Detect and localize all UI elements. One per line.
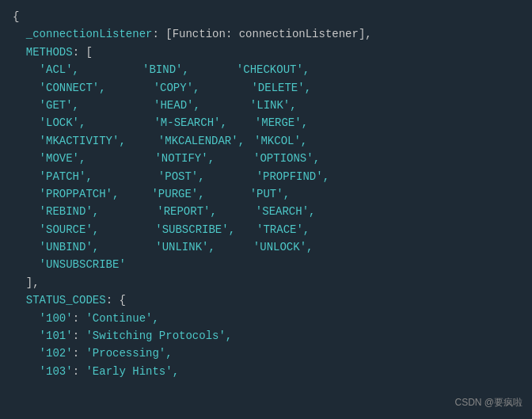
- indent-space: [13, 327, 40, 345]
- colon: :: [73, 345, 86, 362]
- colon: :: [73, 310, 86, 327]
- line-102: '102' : 'Processing',: [13, 345, 519, 362]
- str-delete: 'DELETE',: [251, 79, 311, 97]
- str-copy: 'COPY',: [154, 79, 200, 97]
- line-proppatch-purge-put: 'PROPPATCH', 'PURGE', 'PUT',: [13, 185, 519, 203]
- colon: : [: [73, 44, 93, 61]
- str-mkcalendar: 'MKCALENDAR',: [158, 132, 245, 150]
- colon: : {: [106, 291, 126, 309]
- line-mkactivity-mkcalendar-mkcol: 'MKACTIVITY', 'MKCALENDAR', 'MKCOL',: [13, 132, 519, 150]
- key-connection-listener: _connectionListener: [26, 25, 153, 43]
- indent-space: [13, 256, 40, 273]
- indent-space: [13, 274, 26, 291]
- str-proppatch: 'PROPPATCH',: [40, 185, 120, 203]
- open-brace: {: [13, 8, 19, 25]
- str-get: 'GET',: [40, 97, 79, 114]
- value-connection-listener: [Function: connectionListener]: [165, 25, 365, 43]
- watermark: CSDN @要疯啦: [454, 396, 522, 409]
- line-unsubscribe: 'UNSUBSCRIBE': [13, 256, 519, 273]
- indent-space: [13, 97, 40, 114]
- indent-space: [13, 291, 26, 309]
- str-patch: 'PATCH',: [40, 168, 93, 185]
- str-subscribe: 'SUBSCRIBE',: [155, 221, 235, 238]
- str-mkcol: 'MKCOL',: [254, 132, 307, 150]
- code-block: { _connectionListener : [Function: conne…: [0, 0, 532, 419]
- str-rebind: 'REBIND',: [40, 203, 100, 220]
- line-get-head-link: 'GET', 'HEAD', 'LINK',: [13, 97, 519, 114]
- line-unbind-unlink-unlock: 'UNBIND', 'UNLINK', 'UNLOCK',: [13, 238, 519, 256]
- str-propfind: 'PROPFIND',: [256, 168, 329, 185]
- str-trace: 'TRACE',: [256, 221, 310, 238]
- colon: :: [73, 363, 86, 380]
- str-103: '103': [40, 363, 73, 380]
- str-link: 'LINK',: [250, 97, 297, 114]
- str-continue: 'Continue',: [86, 310, 158, 327]
- line-source-subscribe-trace: 'SOURCE', 'SUBSCRIBE', 'TRACE',: [13, 221, 519, 238]
- indent-space: [13, 168, 40, 185]
- indent-space: [13, 150, 40, 167]
- line-rebind-report-search: 'REBIND', 'REPORT', 'SEARCH',: [13, 203, 519, 220]
- str-checkout: 'CHECKOUT',: [237, 61, 310, 78]
- line-open-brace: {: [13, 8, 519, 25]
- str-move: 'MOVE',: [40, 150, 86, 167]
- line-connect-copy-delete: 'CONNECT', 'COPY', 'DELETE',: [13, 79, 519, 97]
- key-status-codes: STATUS_CODES: [26, 291, 106, 309]
- line-status-codes: STATUS_CODES : {: [13, 291, 519, 309]
- line-patch-post-propfind: 'PATCH', 'POST', 'PROPFIND',: [13, 168, 519, 185]
- str-processing: 'Processing',: [86, 345, 172, 362]
- str-acl: 'ACL',: [40, 61, 79, 78]
- indent-space: [13, 61, 40, 78]
- str-head: 'HEAD',: [154, 97, 200, 114]
- close-bracket: ],: [26, 274, 40, 291]
- key-methods: METHODS: [26, 44, 73, 61]
- str-unsubscribe: 'UNSUBSCRIBE': [40, 256, 126, 273]
- str-lock: 'LOCK',: [40, 114, 86, 131]
- comma: ,: [365, 25, 371, 43]
- line-acl-bind-checkout: 'ACL', 'BIND', 'CHECKOUT',: [13, 61, 519, 78]
- indent-space: [13, 114, 40, 131]
- line-103: '103' : 'Early Hints',: [13, 363, 519, 380]
- indent-space: [13, 132, 40, 150]
- str-notify: 'NOTIFY',: [154, 150, 215, 167]
- indent-space: [13, 363, 40, 380]
- str-put: 'PUT',: [250, 185, 290, 203]
- indent-space: [13, 185, 40, 203]
- indent-space: [13, 25, 26, 43]
- indent-space: [13, 79, 40, 97]
- line-move-notify-options: 'MOVE', 'NOTIFY', 'OPTIONS',: [13, 150, 519, 167]
- str-early-hints: 'Early Hints',: [86, 363, 179, 380]
- str-merge: 'MERGE',: [255, 114, 308, 131]
- line-101: '101' : 'Switching Protocols',: [13, 327, 519, 345]
- line-methods: METHODS : [: [13, 44, 519, 61]
- line-100: '100' : 'Continue',: [13, 310, 519, 327]
- str-mkactivity: 'MKACTIVITY',: [40, 132, 126, 150]
- str-post: 'POST',: [158, 168, 205, 185]
- indent-space: [13, 44, 26, 61]
- indent-space: [13, 203, 40, 220]
- str-purge: 'PURGE',: [151, 185, 204, 203]
- str-bind: 'BIND',: [142, 61, 189, 78]
- str-switching-protocols: 'Switching Protocols',: [86, 327, 232, 345]
- str-source: 'SOURCE',: [40, 221, 100, 238]
- str-report: 'REPORT',: [157, 203, 217, 220]
- str-100: '100': [40, 310, 73, 327]
- str-msearch: 'M-SEARCH',: [154, 114, 226, 131]
- str-unbind: 'UNBIND',: [40, 238, 100, 256]
- indent-space: [13, 310, 40, 327]
- line-connection-listener: _connectionListener : [Function: connect…: [13, 25, 519, 43]
- str-101: '101': [40, 327, 73, 345]
- indent-space: [13, 238, 40, 256]
- line-lock-msearch-merge: 'LOCK', 'M-SEARCH', 'MERGE',: [13, 114, 519, 131]
- str-unlink: 'UNLINK',: [155, 238, 215, 256]
- line-close-methods: ],: [13, 274, 519, 291]
- str-search: 'SEARCH',: [256, 203, 316, 220]
- str-options: 'OPTIONS',: [253, 150, 320, 167]
- colon: :: [73, 327, 86, 345]
- colon: :: [152, 25, 165, 43]
- indent-space: [13, 221, 40, 238]
- indent-space: [13, 345, 40, 362]
- str-connect: 'CONNECT',: [40, 79, 106, 97]
- str-unlock: 'UNLOCK',: [253, 238, 314, 256]
- str-102: '102': [40, 345, 73, 362]
